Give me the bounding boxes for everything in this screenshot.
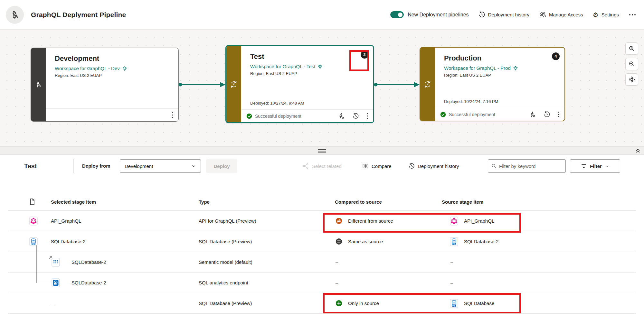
table-row[interactable]: — SQL Database (Preview) Only in source … (8, 293, 636, 314)
workspace-diamond-icon (513, 66, 518, 71)
search-icon (491, 163, 497, 169)
chevron-down-icon (191, 164, 196, 169)
cell-compare-status: Different from source (348, 218, 393, 224)
pane-splitter (0, 146, 644, 155)
cell-item-name: — (51, 301, 199, 306)
stage-item-count-badge: 4 (552, 52, 560, 60)
keyword-search (488, 159, 566, 173)
cell-source-item: – (450, 259, 453, 265)
zoom-out-button[interactable] (625, 58, 638, 70)
workspace-link[interactable]: Workspace for GraphQL - Prod (444, 65, 518, 71)
stage-content-pane: Test Deploy from Development Deploy Sele… (0, 155, 644, 324)
deploy-from-value: Development (125, 163, 153, 169)
cell-source-item: SQLDatabase (464, 301, 494, 306)
pane-deployment-history-label: Deployment history (418, 163, 459, 169)
stage-accent-strip (226, 46, 241, 122)
app-header: GraphQL Deplyment Pipeline New Deploymen… (0, 0, 644, 30)
deployment-status-label: Successful deployment (449, 112, 495, 117)
table-row[interactable]: SQLDatabase-2 SQL analytics endpoint – – (8, 273, 636, 293)
cell-item-type: Semantic model (default) (199, 259, 335, 265)
splitter-drag-handle[interactable] (318, 149, 326, 154)
pipeline-arrow (374, 81, 420, 88)
zoom-in-button[interactable] (625, 42, 638, 55)
stage-region: Region: East US 2 EUAP (55, 73, 173, 78)
deployment-history-button[interactable]: Deployment history (478, 11, 529, 18)
svg-text:SQL: SQL (452, 243, 456, 245)
col-compared-to-source: Compared to source (335, 199, 442, 205)
stage-region: Region: East US 2 EUAP (444, 73, 559, 78)
cell-item-name: API_GraphQL (51, 218, 199, 224)
stage-item-count-badge: 2 (361, 51, 368, 59)
collapse-panel-button[interactable] (635, 147, 641, 155)
select-related-label: Select related (312, 163, 342, 169)
toggle-knob (398, 13, 402, 17)
deploy-button[interactable]: Deploy (206, 159, 237, 173)
new-pipelines-toggle[interactable] (390, 11, 404, 18)
table-header-row: Selected stage item Type Compared to sou… (8, 193, 636, 211)
rocket-icon (9, 9, 21, 21)
settings-label: Settings (601, 12, 619, 17)
check-circle-icon (246, 113, 252, 119)
check-circle-icon (440, 112, 446, 117)
stage-history-button[interactable] (352, 113, 359, 119)
stage-name: Production (444, 54, 559, 62)
deployment-status-label: Successful deployment (255, 114, 301, 119)
table-row[interactable]: SQL SQLDatabase-2 SQL Database (Preview)… (8, 231, 636, 252)
table-row[interactable]: SQLDatabase-2 Semantic model (default) –… (8, 252, 636, 273)
cell-item-type: SQL Database (Preview) (199, 239, 335, 244)
deployment-pipeline-app: GraphQL Deplyment Pipeline New Deploymen… (0, 0, 644, 324)
page-title: GraphQL Deplyment Pipeline (31, 11, 126, 19)
col-source-stage-item: Source stage item (442, 199, 636, 205)
people-icon (539, 11, 546, 18)
filter-label: Filter (590, 163, 602, 169)
sql-endpoint-icon (52, 278, 60, 287)
more-horizontal-icon (632, 14, 633, 15)
workspace-link[interactable]: Workspace for GraphQL - Test (250, 64, 323, 69)
stage-card-production[interactable]: Production 4 Workspace for GraphQL - Pro… (420, 47, 565, 121)
filter-keyword-input[interactable] (499, 163, 562, 169)
fit-view-button[interactable] (625, 73, 638, 86)
different-icon (336, 218, 342, 224)
compare-button[interactable]: Compare (362, 159, 392, 173)
cell-item-name: SQLDatabase-2 (71, 259, 106, 265)
stage-more-button[interactable] (172, 115, 173, 116)
collapse-double-chevron-icon (635, 147, 641, 154)
rocket-icon (34, 80, 43, 89)
more-options-button[interactable] (629, 14, 636, 15)
workspace-link-label: Workspace for GraphQL - Test (250, 64, 315, 69)
svg-text:SQL: SQL (452, 304, 456, 306)
stage-items-table: Selected stage item Type Compared to sou… (8, 193, 636, 314)
manage-access-button[interactable]: Manage Access (539, 11, 583, 18)
table-row[interactable]: API_GraphQL API for GraphQL (Preview) Di… (8, 211, 636, 231)
workspace-diamond-icon (317, 64, 323, 69)
select-related-button[interactable]: Select related (303, 159, 342, 173)
stage-history-button[interactable] (544, 111, 550, 118)
deployment-rules-icon (338, 113, 345, 119)
deployment-rules-button[interactable] (529, 111, 536, 118)
semantic-model-icon (52, 258, 60, 267)
history-icon (352, 113, 359, 119)
more-vertical-icon (367, 116, 368, 117)
pane-deployment-history-button[interactable]: Deployment history (408, 159, 459, 173)
stage-card-test[interactable]: Test 2 Workspace for GraphQL - Test Regi… (225, 45, 374, 123)
chevron-down-icon (605, 164, 609, 168)
tree-connector-vertical (36, 245, 37, 283)
stage-name: Test (250, 52, 367, 61)
more-vertical-icon (172, 115, 173, 116)
sql-item-icon: SQL (450, 237, 458, 246)
document-icon (29, 198, 35, 205)
cell-source-item: API_GraphQL (464, 218, 494, 224)
deployment-rules-button[interactable] (338, 113, 345, 119)
pipeline-canvas: Development Workspace for GraphQL - Dev … (0, 30, 644, 146)
stage-card-development[interactable]: Development Workspace for GraphQL - Dev … (31, 48, 179, 122)
stage-more-button[interactable] (367, 116, 368, 117)
deployment-history-label: Deployment history (488, 12, 529, 17)
fit-view-icon (628, 76, 635, 83)
settings-button[interactable]: ⚙ Settings (593, 12, 619, 18)
child-default-arrow-icon (49, 255, 52, 259)
stage-more-button[interactable] (558, 114, 559, 115)
deploy-from-dropdown[interactable]: Development (120, 159, 201, 173)
share-icon (303, 163, 309, 169)
filter-button[interactable]: Filter (570, 159, 620, 173)
workspace-link[interactable]: Workspace for GraphQL - Dev (55, 66, 127, 71)
